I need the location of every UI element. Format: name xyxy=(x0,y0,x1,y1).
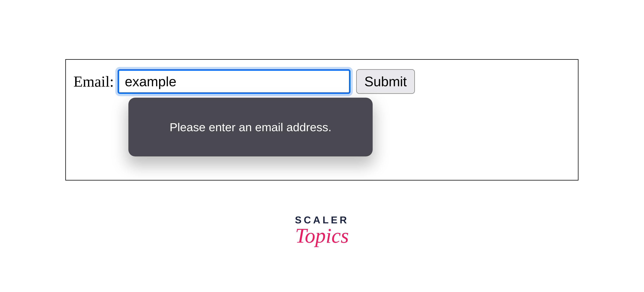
form-row: Email: Submit xyxy=(74,69,570,94)
logo-topics-text: Topics xyxy=(295,224,349,248)
validation-message: Please enter an email address. xyxy=(170,120,332,134)
email-input[interactable] xyxy=(118,69,350,94)
validation-tooltip: Please enter an email address. xyxy=(128,98,373,157)
email-label: Email: xyxy=(74,73,114,90)
form-container: Email: Submit Please enter an email addr… xyxy=(65,59,578,181)
submit-button[interactable]: Submit xyxy=(356,69,415,94)
scaler-topics-logo: SCALER Topics xyxy=(295,214,349,248)
